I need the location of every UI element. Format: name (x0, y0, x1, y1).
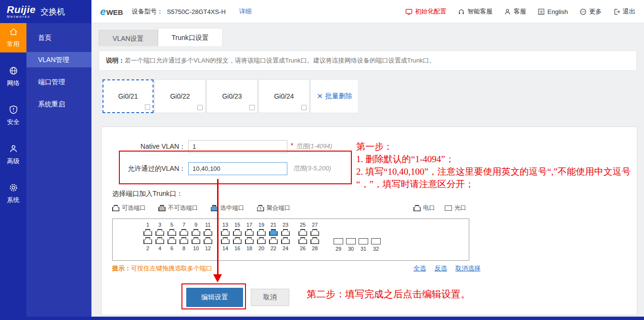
port-4[interactable] (155, 237, 164, 244)
chip-gi0-23[interactable]: Gi0/23 (206, 79, 258, 113)
legend-fiber: 光口 (445, 204, 466, 212)
port-number: 29 (335, 246, 341, 252)
port-number: 18 (246, 245, 252, 251)
init-config-label: 初始化配置 (415, 7, 446, 16)
port-number: 22 (270, 245, 276, 251)
port-16[interactable] (233, 237, 242, 244)
note-text: 若一个端口允许通过多个VLAN的报文，请将该端口设置成Trunk口。建议将连接网… (125, 57, 435, 64)
trunk-edit-panel: Native VLAN： * 范围(1-4094) 允许通过的VLAN： 范围(… (101, 127, 637, 315)
port-column: 78 (180, 222, 188, 251)
delete-x-icon: ✕ (317, 92, 323, 101)
port-25[interactable] (298, 229, 307, 236)
eweb-rest: WEB (106, 8, 123, 16)
sidebar-item-label: 网络 (7, 79, 20, 88)
batch-delete-button[interactable]: ✕ 批量删除 (310, 79, 359, 113)
submenu-item-vlan[interactable]: VLAN管理 (26, 52, 91, 67)
port-number: 24 (283, 245, 288, 251)
select-all-link[interactable]: 全选 (413, 265, 426, 272)
header-left: eWEB 设备型号： S5750C-28GT4XS-H 详细 (100, 6, 252, 17)
port-5[interactable] (167, 229, 176, 236)
smart-service-button[interactable]: 智能客服 (458, 7, 492, 16)
chip-gi0-21[interactable]: Gi0/21 (103, 79, 154, 113)
port-2[interactable] (143, 237, 152, 244)
sidebar-item-common[interactable]: 常用 (0, 23, 26, 52)
more-label: 更多 (589, 7, 602, 16)
port-number: 20 (258, 245, 264, 251)
sidebar-item-system[interactable]: 系统 (0, 179, 26, 208)
port-12[interactable] (204, 237, 212, 244)
logout-button[interactable]: 退出 (613, 7, 635, 16)
invert-select-link[interactable]: 反选 (435, 265, 447, 272)
port-21[interactable] (269, 229, 278, 236)
port-24[interactable] (281, 237, 290, 244)
header-right: 初始化配置 智能客服 客服 文 English 更多 (405, 7, 635, 16)
legend-label: 电口 (423, 204, 435, 212)
sfp-port-29[interactable] (334, 238, 343, 244)
chip-checkbox[interactable] (145, 104, 150, 110)
init-config-button[interactable]: 初始化配置 (405, 7, 446, 16)
deselect-link[interactable]: 取消选择 (455, 265, 480, 272)
legend-label: 选中端口 (220, 204, 245, 212)
port-number: 30 (348, 246, 354, 252)
chip-checkbox[interactable] (197, 105, 203, 110)
logout-label: 退出 (623, 7, 635, 16)
sfp-port-30[interactable] (346, 238, 356, 244)
port-column: 910 (192, 222, 200, 251)
port-28[interactable] (310, 237, 319, 244)
port-number: 21 (270, 222, 276, 228)
port-23[interactable] (281, 229, 290, 236)
port-27[interactable] (310, 229, 319, 236)
submenu-item-reboot[interactable]: 系统重启 (26, 96, 91, 112)
port-13[interactable] (221, 229, 230, 236)
cancel-button[interactable]: 取消 (251, 289, 289, 306)
port-15[interactable] (233, 229, 242, 236)
home-icon (9, 27, 18, 38)
port-20[interactable] (257, 237, 266, 244)
allowed-vlan-input[interactable] (188, 162, 287, 175)
port-number: 15 (234, 222, 240, 228)
port-3[interactable] (155, 229, 164, 236)
port-22[interactable] (269, 237, 278, 244)
port-number: 3 (158, 222, 161, 228)
port-10[interactable] (192, 237, 200, 244)
port-number: 1 (146, 222, 149, 228)
available-port-icon (112, 205, 119, 211)
sfp-port-31[interactable] (359, 238, 368, 244)
svg-text:文: 文 (540, 9, 544, 14)
native-vlan-input[interactable] (188, 140, 287, 153)
native-vlan-label: Native VLAN： (102, 142, 186, 151)
sidebar-item-advanced[interactable]: 高级 (0, 140, 26, 169)
port-19[interactable] (257, 229, 266, 236)
detail-link[interactable]: 详细 (239, 7, 252, 16)
sidebar-item-network[interactable]: 网络 (0, 62, 26, 91)
submenu-item-port[interactable]: 端口管理 (26, 74, 91, 90)
port-8[interactable] (180, 237, 188, 244)
tab-trunk-settings[interactable]: Trunk口设置 (158, 28, 223, 46)
port-17[interactable] (245, 229, 254, 236)
port-column: 1920 (257, 222, 266, 251)
port-11[interactable] (204, 229, 212, 236)
submenu-item-home[interactable]: 首页 (26, 30, 91, 45)
port-7[interactable] (180, 229, 188, 236)
port-18[interactable] (245, 237, 254, 244)
chip-gi0-24[interactable]: Gi0/24 (258, 79, 309, 113)
tab-vlan-settings[interactable]: VLAN设置 (99, 30, 158, 46)
chip-checkbox[interactable] (301, 105, 307, 110)
sfp-port-32[interactable] (371, 238, 381, 244)
chip-gi0-22[interactable]: Gi0/22 (155, 79, 206, 113)
more-button[interactable]: 更多 (580, 7, 602, 16)
port-9[interactable] (192, 229, 200, 236)
port-1[interactable] (143, 229, 152, 236)
service-button[interactable]: 客服 (504, 7, 526, 16)
port-number: 6 (170, 245, 173, 251)
language-button[interactable]: 文 English (538, 8, 568, 15)
sidebar-item-security[interactable]: 安全 (0, 101, 26, 130)
edit-settings-button[interactable]: 编辑设置 (186, 288, 243, 307)
port-14[interactable] (221, 237, 230, 244)
port-grid: 1234567891011121314151617181920212223242… (112, 218, 469, 261)
chip-label: Gi0/24 (274, 92, 294, 100)
port-6[interactable] (167, 237, 176, 244)
selected-port-icon (211, 205, 218, 211)
port-26[interactable] (298, 237, 307, 244)
chip-checkbox[interactable] (249, 105, 255, 110)
